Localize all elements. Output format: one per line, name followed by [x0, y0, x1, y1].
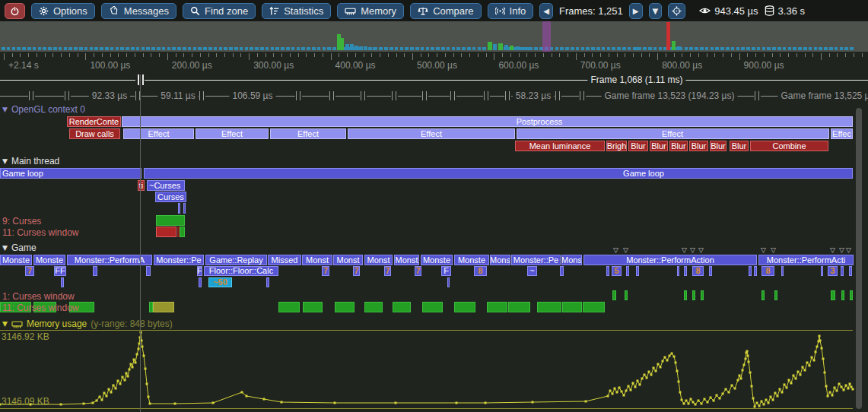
- zone[interactable]: [199, 277, 202, 287]
- zone[interactable]: Effect: [123, 128, 194, 139]
- zone[interactable]: Monst: [302, 255, 332, 265]
- zone[interactable]: [831, 290, 835, 300]
- zone[interactable]: [153, 302, 174, 312]
- zone[interactable]: [774, 290, 777, 300]
- main-thread-header[interactable]: ▼ Main thread: [2, 156, 59, 166]
- timeline-view[interactable]: ▼ OpenGL context 0 ▼ Main thread ▼ Game …: [0, 0, 868, 412]
- zone[interactable]: [146, 266, 151, 276]
- zone[interactable]: Monste: [421, 255, 453, 265]
- zone[interactable]: [156, 215, 185, 226]
- zone[interactable]: [701, 290, 704, 300]
- zone[interactable]: F: [441, 266, 451, 276]
- zone[interactable]: Monste: [454, 255, 489, 265]
- vertical-scrollbar[interactable]: [856, 108, 862, 409]
- collapse-icon[interactable]: ▼: [2, 106, 8, 113]
- zone[interactable]: 5: [612, 266, 622, 276]
- zone[interactable]: [537, 302, 561, 312]
- zone[interactable]: 8: [474, 266, 487, 276]
- zone[interactable]: Blur: [689, 141, 708, 151]
- zone[interactable]: [560, 266, 564, 276]
- zone[interactable]: 8: [761, 266, 774, 276]
- zone[interactable]: [180, 227, 185, 237]
- zone[interactable]: 7: [384, 266, 391, 276]
- zone[interactable]: Effect: [196, 128, 269, 139]
- zone[interactable]: [583, 302, 605, 312]
- zone[interactable]: [178, 203, 180, 214]
- zone[interactable]: [447, 277, 450, 287]
- zone[interactable]: [625, 290, 628, 300]
- zone[interactable]: [761, 290, 765, 300]
- zone[interactable]: [508, 302, 530, 312]
- zone[interactable]: [849, 266, 852, 276]
- zone[interactable]: [335, 302, 355, 312]
- zone[interactable]: [422, 302, 443, 312]
- zone[interactable]: Effec: [831, 128, 853, 139]
- zone[interactable]: Curses: [155, 192, 186, 202]
- zone[interactable]: 7: [322, 266, 329, 276]
- zone[interactable]: [454, 302, 475, 312]
- zone[interactable]: [612, 290, 616, 300]
- game-thread-header[interactable]: ▼ Game: [2, 242, 37, 253]
- zone[interactable]: [487, 302, 507, 312]
- zone[interactable]: Postprocess: [122, 116, 853, 127]
- zone[interactable]: Monster::PerformActi: [758, 255, 854, 265]
- opengl-thread-header[interactable]: ▼ OpenGL context 0: [2, 104, 85, 115]
- zone[interactable]: Blur: [628, 141, 648, 151]
- collapse-icon[interactable]: ▼: [2, 244, 8, 252]
- zone[interactable]: Missed: [268, 255, 301, 265]
- zone[interactable]: [749, 266, 752, 276]
- zone[interactable]: Game::Replay: [205, 255, 267, 265]
- zone[interactable]: Draw calls: [69, 128, 120, 139]
- memory-usage-chart[interactable]: [0, 317, 868, 412]
- zone[interactable]: Monste: [0, 255, 32, 265]
- zone[interactable]: ~: [527, 266, 537, 276]
- zone[interactable]: Monst: [364, 255, 393, 265]
- zone[interactable]: ~Curses: [147, 180, 185, 191]
- zone[interactable]: [303, 302, 323, 312]
- zone[interactable]: Brigh: [606, 141, 627, 151]
- zone[interactable]: [393, 302, 411, 312]
- zone[interactable]: Game loop: [144, 168, 853, 179]
- zone[interactable]: 7: [415, 266, 421, 276]
- zone[interactable]: [684, 266, 687, 276]
- zone[interactable]: Game loop: [0, 168, 141, 179]
- zone[interactable]: Monster::Pe: [154, 255, 204, 265]
- zone[interactable]: [841, 266, 844, 276]
- zone[interactable]: [183, 203, 186, 214]
- zone[interactable]: [156, 227, 176, 237]
- zone[interactable]: Effect: [270, 128, 346, 139]
- zone[interactable]: Monster::Pe: [511, 255, 561, 265]
- zone[interactable]: Combine: [750, 141, 828, 151]
- zone[interactable]: [821, 266, 823, 276]
- zone[interactable]: Blur: [710, 141, 727, 151]
- zone[interactable]: Blur: [730, 141, 749, 151]
- zone[interactable]: [278, 302, 300, 312]
- zone[interactable]: [606, 266, 609, 276]
- zone[interactable]: Floor::Floor::Calc: [204, 266, 278, 276]
- zone[interactable]: Monst: [394, 255, 419, 265]
- zone[interactable]: [709, 266, 712, 276]
- collapse-icon[interactable]: ▼: [2, 157, 8, 165]
- zone[interactable]: ti: [138, 180, 145, 191]
- zone[interactable]: [93, 266, 97, 276]
- zone[interactable]: 3: [828, 266, 838, 276]
- zone[interactable]: [562, 302, 582, 312]
- zone[interactable]: 7: [25, 266, 34, 276]
- zone[interactable]: [626, 266, 629, 276]
- zone[interactable]: [266, 277, 269, 287]
- zone[interactable]: Monster::PerformAction: [583, 255, 757, 265]
- zone[interactable]: [364, 302, 383, 312]
- zone[interactable]: [754, 266, 757, 276]
- zone[interactable]: Effect: [348, 128, 515, 139]
- zone[interactable]: Effect: [517, 128, 829, 139]
- zone[interactable]: F: [197, 266, 202, 276]
- zone[interactable]: Mons: [490, 255, 510, 265]
- zone[interactable]: ~50: [208, 277, 232, 287]
- zone[interactable]: [677, 266, 679, 276]
- zone[interactable]: [684, 290, 687, 300]
- zone[interactable]: Mean luminance: [515, 141, 605, 151]
- zone[interactable]: 7: [353, 266, 360, 276]
- zone[interactable]: [692, 290, 695, 300]
- zone[interactable]: 8: [692, 266, 704, 276]
- zone[interactable]: Monste: [33, 255, 65, 265]
